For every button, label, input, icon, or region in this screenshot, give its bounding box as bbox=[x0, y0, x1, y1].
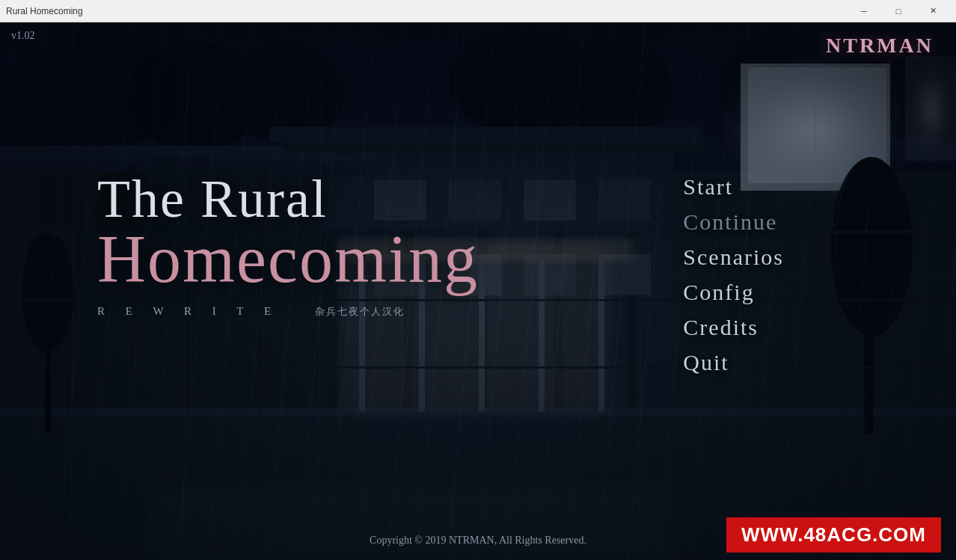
menu-start[interactable]: Start bbox=[683, 172, 784, 201]
title-homecoming: Homecoming bbox=[97, 222, 479, 296]
maximize-button[interactable]: □ bbox=[881, 0, 916, 22]
menu-continue[interactable]: Continue bbox=[683, 207, 784, 236]
watermark-banner: WWW.48ACG.COM bbox=[726, 517, 941, 553]
title-subtitle: R E W R I T E 杂兵七夜个人汉化 bbox=[97, 305, 479, 319]
menu-quit[interactable]: Quit bbox=[683, 348, 784, 377]
close-button[interactable]: ✕ bbox=[916, 0, 950, 22]
titlebar: Rural Homecoming ─ □ ✕ bbox=[0, 0, 956, 22]
title-area: The Rural Homecoming R E W R I T E 杂兵七夜个… bbox=[97, 172, 479, 319]
menu-credits[interactable]: Credits bbox=[683, 313, 784, 342]
titlebar-title: Rural Homecoming bbox=[6, 6, 83, 16]
menu-config[interactable]: Config bbox=[683, 277, 784, 307]
main-menu: Start Continue Scenarios Config Credits … bbox=[683, 172, 784, 377]
titlebar-left: Rural Homecoming bbox=[6, 6, 83, 16]
game-window: v1.02 NTRMAN The Rural Homecoming R E W … bbox=[0, 22, 956, 560]
menu-scenarios[interactable]: Scenarios bbox=[683, 242, 784, 271]
brand-label: NTRMAN bbox=[826, 34, 934, 58]
title-the: The Rural bbox=[97, 172, 479, 226]
titlebar-controls: ─ □ ✕ bbox=[847, 0, 950, 22]
title-chinese: 杂兵七夜个人汉化 bbox=[315, 306, 405, 317]
version-label: v1.02 bbox=[11, 30, 35, 42]
minimize-button[interactable]: ─ bbox=[847, 0, 881, 22]
watermark-text: WWW.48ACG.COM bbox=[741, 523, 926, 546]
copyright-text: Copyright © 2019 NTRMAN, All Rights Rese… bbox=[370, 535, 586, 547]
